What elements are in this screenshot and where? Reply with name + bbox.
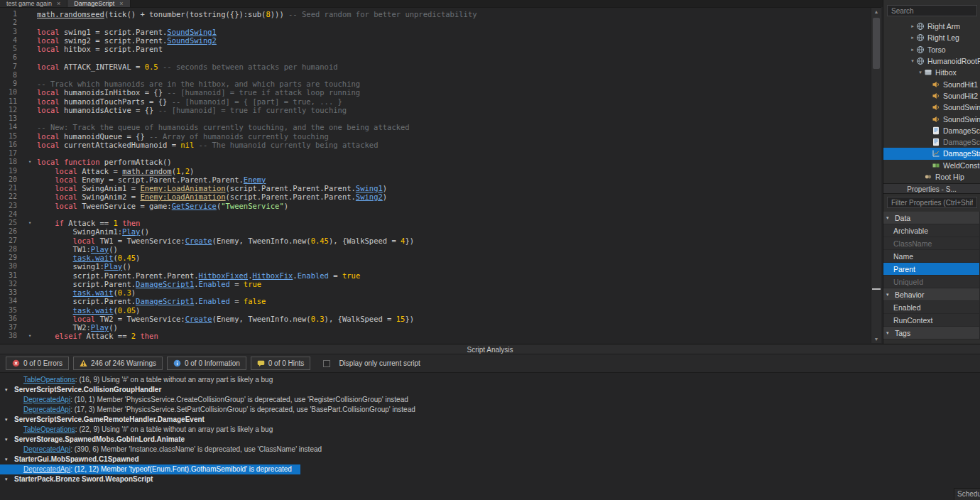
explorer-item-soundhit1[interactable]: SoundHit1 [883,78,980,89]
issue-item[interactable]: DeprecatedApi: (17, 3) Member 'PhysicsSe… [0,405,980,415]
issue-link[interactable]: DeprecatedApi [23,445,70,453]
issue-item[interactable]: DeprecatedApi: (12, 12) Member 'typeof(E… [0,464,300,474]
code-line[interactable]: 24 [0,210,871,219]
code-line[interactable]: 9-- Track which humanoids are in the hit… [0,80,871,88]
code-line[interactable]: 23 local TweenService = game:GetService(… [0,202,871,210]
issue-link[interactable]: DeprecatedApi [23,465,70,473]
section-data[interactable]: ▾Data [883,212,980,224]
issue-group-serverscriptservice-collisiongrouphandler[interactable]: ▾ServerScriptService.CollisionGroupHandl… [0,385,980,395]
code-line[interactable]: 12local humanoidsActive = {} -- [humanoi… [0,106,871,114]
explorer-search-input[interactable] [887,5,977,16]
issue-item[interactable]: TableOperations: (16, 9) Using '#' on a … [0,375,980,385]
code-line[interactable]: 15local humanoidQueue = {} -- Array of h… [0,132,871,141]
property-row-archivable[interactable]: Archivable [883,224,980,237]
code-line[interactable]: 28 TW1:Play() [0,245,871,254]
explorer-item-hitbox[interactable]: ▾Hitbox [883,67,980,78]
issue-item[interactable]: DeprecatedApi: (390, 6) Member 'Instance… [0,445,980,455]
issue-group-serverscriptservice-gameremotehandler-damageevent[interactable]: ▾ServerScriptService.GameRemoteHandler.D… [0,415,980,425]
code-line[interactable]: 35 task.wait(0.05) [0,306,871,315]
code-line[interactable]: 21 local SwingAnim1 = Enemy:LoadAnimatio… [0,184,871,192]
code-line[interactable]: 34 script.Parent.DamageScript1.Enabled =… [0,297,871,305]
issue-item[interactable]: TableOperations: (22, 9) Using '#' on a … [0,425,980,435]
code-line[interactable]: 8 [0,71,871,80]
code-line[interactable]: 32 script.Parent.DamageScript1.Enabled =… [0,280,871,288]
tab-damagescript[interactable]: DamageScript× [67,0,130,7]
explorer-item-right-arm[interactable]: ▸Right Arm [883,21,980,32]
chevron-down-icon[interactable]: ▾ [886,212,889,224]
property-row-parent[interactable]: Parent [883,263,980,276]
chevron-down-icon[interactable]: ▾ [5,435,8,445]
section-behavior[interactable]: ▾Behavior [883,288,980,301]
code-line[interactable]: 2 [0,18,871,27]
code-line[interactable]: 1math.randomseed(tick() + tonumber(tostr… [0,10,871,18]
property-row-enabled[interactable]: Enabled [883,301,980,314]
code-line[interactable]: 13 [0,114,871,123]
explorer-item-torso[interactable]: ▸Torso [883,44,980,55]
issue-group-starterpack-bronze-sword-weaponscript[interactable]: ▾StarterPack.Bronze Sword.WeaponScript [0,474,980,484]
code-line[interactable]: 37 TW2:Play() [0,323,871,332]
explorer-item-right-leg[interactable]: ▸Right Leg [883,32,980,43]
code-line[interactable]: 14-- New: Track the queue of humanoids c… [0,123,871,131]
fold-arrow-icon[interactable]: ▾ [23,219,37,227]
chevron-right-icon[interactable]: ▸ [909,23,916,29]
fold-arrow-icon[interactable]: ▾ [23,158,37,166]
explorer-item-damagescript2[interactable]: DamageScript2 [883,136,980,148]
properties-filter-input[interactable] [887,197,977,208]
code-line[interactable]: 30 swing1:Play() [0,262,871,271]
chevron-right-icon[interactable]: ▸ [909,47,916,53]
code-line[interactable]: 4local swing2 = script.Parent.SoundSwing… [0,36,871,45]
code-editor-panel[interactable]: 1math.randomseed(tick() + tonumber(tostr… [0,7,881,343]
issue-item[interactable]: DeprecatedApi: (10, 1) Member 'PhysicsSe… [0,395,980,405]
filter-0-of-0-errors-button[interactable]: 0 of 0 Errors [6,357,69,370]
code-line[interactable]: 25▾ if Attack == 1 then [0,219,871,227]
chevron-down-icon[interactable]: ▾ [917,70,924,75]
editor-vertical-scrollbar[interactable]: ▲ ▼ [871,8,881,343]
code-line[interactable]: 33 task.wait(0.3) [0,288,871,297]
chevron-down-icon[interactable]: ▾ [909,58,916,64]
code-line[interactable]: 29 task.wait(0.45) [0,254,871,262]
chevron-down-icon[interactable]: ▾ [5,474,8,484]
property-row-uniqueid[interactable]: UniqueId [883,276,980,288]
issue-link[interactable]: DeprecatedApi [23,406,70,413]
explorer-item-damagestats[interactable]: DamageStats [883,148,980,159]
chevron-right-icon[interactable]: ▸ [909,35,916,40]
code-line[interactable]: 3local swing1 = script.Parent.SoundSwing… [0,28,871,36]
scroll-down-icon[interactable]: ▼ [871,335,881,343]
explorer-item-weldconstraint[interactable]: WeldConstraint [883,160,980,171]
fold-arrow-icon[interactable]: ▾ [23,332,37,340]
filter-246-of-246-warnings-button[interactable]: 246 of 246 Warnings [73,357,163,370]
tab-test-game-again[interactable]: test game again× [0,0,67,7]
code-line[interactable]: 7local ATTACK_INTERVAL = 0.5 -- seconds … [0,62,871,71]
code-line[interactable]: 26 SwingAnim1:Play() [0,227,871,236]
code-line[interactable]: 10local humanoidsInHitbox = {} -- [human… [0,88,871,97]
code-line[interactable]: 20 local Enemy = script.Parent.Parent.Pa… [0,175,871,184]
explorer-item-soundhit2[interactable]: SoundHit2 [883,90,980,102]
scroll-up-icon[interactable]: ▲ [871,8,881,16]
display-only-current-script-checkbox[interactable] [323,360,330,367]
tab-close-icon[interactable]: × [119,0,123,7]
code-line[interactable]: 19 local Attack = math.random(1,2) [0,167,871,175]
scrollbar-thumb[interactable] [873,18,880,69]
code-line[interactable]: 17 [0,149,871,158]
code-line[interactable]: 18▾local function performAttack() [0,158,871,166]
issue-link[interactable]: TableOperations [23,376,75,384]
issue-link[interactable]: DeprecatedApi [23,396,70,403]
explorer-item-root-hip[interactable]: Root Hip [883,171,980,183]
code-line[interactable]: 5local hitbox = script.Parent [0,45,871,53]
chevron-down-icon[interactable]: ▾ [5,385,8,395]
chevron-down-icon[interactable]: ▾ [5,415,8,425]
issue-group-startergui-mobspawned-c1spawned[interactable]: ▾StarterGui.MobSpawned.C1Spawned [0,455,980,464]
code-line[interactable]: 11local humanoidTouchParts = {} -- [huma… [0,97,871,106]
filter-0-of-0-hints-button[interactable]: 0 of 0 Hints [251,357,311,370]
code-line[interactable]: 31 script.Parent.Parent.Parent.HitboxFix… [0,271,871,280]
code-line[interactable]: 16local currentAttackedHumanoid = nil --… [0,141,871,149]
issue-link[interactable]: TableOperations [23,425,75,433]
explorer-item-humanoidrootpart[interactable]: ▾HumanoidRootPart [883,55,980,67]
explorer-item-damagescript1[interactable]: DamageScript1 [883,125,980,136]
issue-group-serverstorage-spawnedmobs-goblinlord-animate[interactable]: ▾ServerStorage.SpawnedMobs.GoblinLord.An… [0,435,980,445]
code-line[interactable]: 22 local SwingAnim2 = Enemy:LoadAnimatio… [0,192,871,201]
chevron-down-icon[interactable]: ▾ [5,455,8,464]
tab-close-icon[interactable]: × [57,0,60,7]
property-row-classname[interactable]: ClassName [883,237,980,250]
code-line[interactable]: 36 local TW2 = TweenService:Create(Enemy… [0,315,871,323]
